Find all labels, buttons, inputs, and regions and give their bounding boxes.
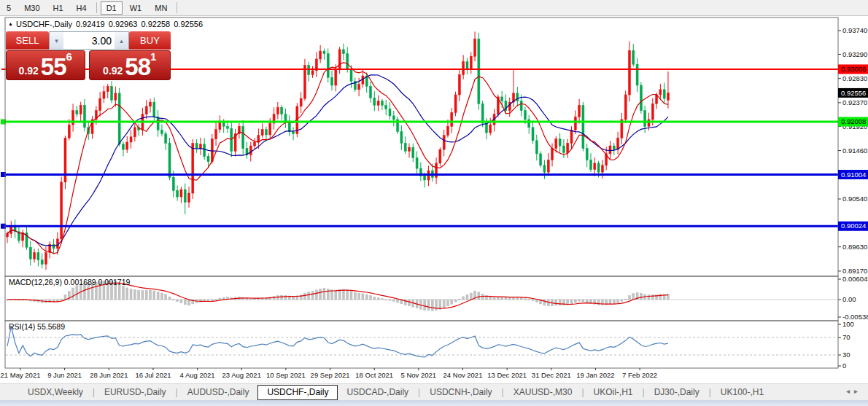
- candle: [648, 120, 650, 126]
- candle: [215, 130, 217, 139]
- candle: [331, 77, 333, 85]
- svg-text:0.006045: 0.006045: [842, 275, 868, 283]
- candle: [362, 76, 364, 85]
- candle: [501, 97, 503, 101]
- candle: [617, 138, 619, 149]
- buy-price-big: 58: [125, 56, 150, 78]
- ohlc-close: 0.92556: [174, 20, 203, 28]
- ohlc-high: 0.92963: [109, 20, 138, 28]
- price-badge: 0.92008: [841, 117, 866, 125]
- candle: [370, 86, 372, 98]
- svg-text:0.00: 0.00: [842, 295, 856, 303]
- candle: [651, 104, 654, 120]
- tab-ukoil-h1[interactable]: UKOil-,H1: [585, 386, 642, 399]
- candle: [68, 125, 70, 138]
- buy-price-prefix: 0.92: [103, 63, 123, 78]
- tab-usdcnh-daily[interactable]: USDCNH-,Daily: [421, 386, 500, 399]
- candle: [589, 160, 592, 170]
- candle: [582, 105, 584, 148]
- candle: [150, 102, 152, 106]
- candle: [130, 137, 132, 142]
- tab-usdchf-daily[interactable]: USDCHF-,Daily: [257, 385, 338, 400]
- tab-uk100-h1[interactable]: UK100-,H1: [712, 386, 772, 399]
- candle: [524, 111, 526, 120]
- tab-usdx-weekly[interactable]: USDX,Weekly: [19, 386, 92, 399]
- tab-scroll-left-icon[interactable]: ◂: [846, 387, 854, 395]
- sell-button[interactable]: SELL: [6, 31, 49, 50]
- candle: [118, 93, 120, 144]
- candle: [76, 111, 78, 114]
- price-badge: 0.92556: [841, 89, 866, 97]
- candle: [199, 144, 201, 149]
- candle: [106, 86, 109, 91]
- svg-text:16 Jul 2021: 16 Jul 2021: [135, 371, 171, 379]
- volume-decrease-icon[interactable]: ▾: [50, 32, 63, 49]
- candle: [254, 142, 256, 146]
- candle: [7, 234, 9, 237]
- chart-header: ▲USDCHF-,Daily0.924190.929630.922580.925…: [8, 20, 203, 28]
- tab-usdcad-daily[interactable]: USDCAD-,Daily: [338, 386, 417, 399]
- tab-separator: |: [93, 387, 95, 397]
- candle: [609, 146, 611, 154]
- candle: [204, 144, 206, 157]
- symbol-tab-bar: USDX,Weekly|EURUSD-,Daily|AUDUSD-,DailyU…: [0, 383, 868, 400]
- candle: [327, 54, 329, 77]
- tab-separator: |: [581, 387, 584, 397]
- candle: [153, 102, 155, 117]
- candle: [543, 165, 546, 172]
- candle: [41, 260, 43, 265]
- tab-audusd-daily[interactable]: AUDUSD-,Daily: [179, 386, 258, 399]
- svg-text:13 Dec 2021: 13 Dec 2021: [487, 371, 527, 379]
- candle: [535, 141, 538, 154]
- volume-stepper: ▾ ▴: [49, 31, 129, 50]
- candle: [61, 182, 63, 239]
- sell-price-display[interactable]: 0.92556: [6, 50, 85, 80]
- svg-text:0.92370: 0.92370: [842, 98, 867, 106]
- candle: [392, 116, 395, 120]
- svg-text:100: 100: [842, 320, 854, 328]
- svg-text:31 Dec 2021: 31 Dec 2021: [532, 371, 571, 379]
- svg-text:0.89170: 0.89170: [842, 267, 867, 275]
- candle: [122, 144, 124, 149]
- buy-price-pip: 1: [150, 52, 156, 61]
- tab-separator: |: [709, 387, 711, 397]
- candle: [559, 139, 561, 146]
- candle: [168, 143, 171, 177]
- candle: [261, 130, 263, 136]
- sell-price-pip: 6: [66, 52, 72, 61]
- candle: [540, 154, 542, 165]
- svg-text:4 Aug 2021: 4 Aug 2021: [180, 371, 215, 379]
- candle: [103, 92, 105, 98]
- tab-xauusd-m30[interactable]: XAUUSD-,M30: [505, 386, 581, 399]
- svg-text:23 Aug 2021: 23 Aug 2021: [222, 371, 261, 379]
- tab-dj30-daily[interactable]: DJ30-,Daily: [646, 386, 708, 399]
- tab-separator: |: [418, 387, 420, 397]
- buy-price-display[interactable]: 0.92581: [89, 50, 171, 80]
- svg-text:0.91460: 0.91460: [842, 147, 867, 155]
- candle: [350, 69, 352, 81]
- tab-eurusd-daily[interactable]: EURUSD-,Daily: [96, 386, 175, 399]
- candle: [346, 54, 349, 70]
- volume-input[interactable]: [63, 32, 115, 49]
- candle: [319, 51, 322, 59]
- candle: [578, 105, 581, 117]
- buy-button[interactable]: BUY: [129, 31, 171, 50]
- svg-text:0.90540: 0.90540: [842, 195, 867, 203]
- volume-increase-icon[interactable]: ▴: [115, 32, 128, 49]
- candle: [145, 106, 147, 114]
- candle: [451, 113, 453, 127]
- candle: [412, 147, 414, 157]
- candle: [478, 39, 480, 104]
- tab-scroll-right-icon[interactable]: ▸: [854, 387, 862, 395]
- candle: [311, 71, 314, 75]
- one-click-trading-panel: SELL ▾ ▴ BUY 0.92556 0.92581: [6, 31, 171, 80]
- candle: [381, 101, 383, 106]
- candle: [485, 123, 487, 133]
- collapse-triangle-icon[interactable]: ▲: [8, 21, 13, 26]
- candle: [195, 143, 198, 148]
- candle: [636, 64, 638, 85]
- candle: [276, 107, 279, 114]
- svg-text:9 Jun 2021: 9 Jun 2021: [47, 371, 82, 379]
- svg-text:0.93290: 0.93290: [842, 50, 867, 58]
- candle: [172, 177, 174, 190]
